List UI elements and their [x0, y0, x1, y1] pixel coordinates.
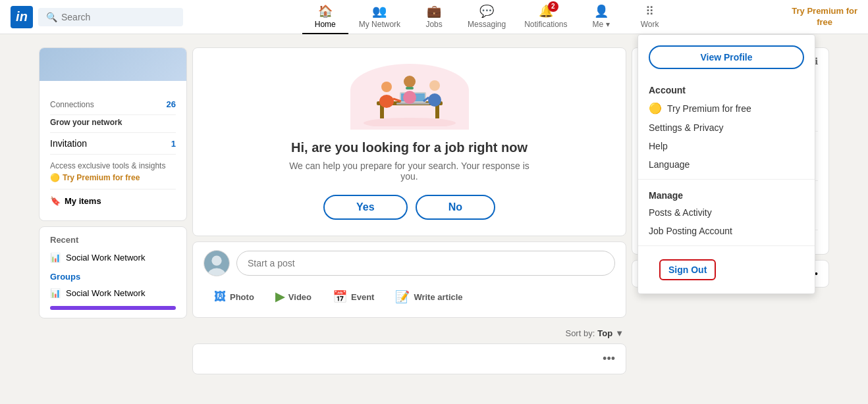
post-actions: 🖼 Photo ▶ Video 📅 Event 📝 Write article: [203, 284, 615, 309]
post-box-top: [203, 250, 615, 276]
jobs-icon: 💼: [427, 4, 441, 18]
grow-network-link[interactable]: Grow your network: [50, 115, 176, 133]
work-icon: ⠿: [645, 4, 654, 18]
nav-work-label: Work: [641, 20, 659, 29]
svg-point-9: [404, 76, 416, 88]
manage-section-title: Manage: [638, 185, 815, 203]
me-avatar-icon: 👤: [594, 4, 609, 18]
try-premium-dropdown[interactable]: 🟡 Try Premium for free: [638, 98, 815, 118]
svg-point-12: [429, 80, 440, 91]
groups-item-social-work[interactable]: 📊 Social Work Network: [50, 286, 176, 301]
notification-badge: 2: [548, 1, 558, 12]
nav-item-work[interactable]: ⠿ Work: [627, 0, 673, 34]
access-tools-text: Access exclusive tools & insights: [50, 161, 176, 170]
job-question-text: Hi, are you looking for a job right now: [209, 140, 610, 155]
account-section-title: Account: [638, 80, 815, 98]
nav-messaging-label: Messaging: [468, 20, 506, 29]
post-event-action[interactable]: 📅 Event: [322, 284, 385, 309]
post-photo-action[interactable]: 🖼 Photo: [203, 284, 265, 309]
nav-item-notifications[interactable]: 🔔 2 Notifications: [516, 0, 575, 34]
svg-point-13: [428, 93, 441, 107]
sort-bar: Sort by: Top ▼: [192, 323, 626, 343]
nav-item-messaging[interactable]: 💬 Messaging: [460, 0, 514, 34]
job-buttons: Yes No: [209, 195, 610, 220]
no-button[interactable]: No: [416, 195, 495, 220]
center-feed: Hi, are you looking for a job right now …: [192, 47, 626, 380]
connections-label: Connections: [50, 100, 94, 109]
yes-button[interactable]: Yes: [323, 195, 408, 220]
settings-privacy-item[interactable]: Settings & Privacy: [638, 118, 815, 137]
svg-point-11: [403, 91, 416, 104]
post-input[interactable]: [236, 251, 615, 276]
nav-me-label: Me ▾: [593, 20, 610, 29]
svg-point-8: [379, 95, 394, 108]
nav-network-label: My Network: [359, 20, 400, 29]
language-item[interactable]: Language: [638, 155, 815, 174]
svg-rect-3: [435, 105, 439, 118]
bookmark-icon: 🔖: [50, 196, 61, 206]
nav-home-label: Home: [315, 20, 336, 29]
sort-value[interactable]: Top: [597, 328, 612, 338]
home-icon: 🏠: [318, 4, 333, 18]
profile-sidebar-card: Connections 26 Grow your network Invitat…: [39, 47, 187, 221]
invitation-count: 1: [171, 139, 176, 149]
job-illustration: [350, 64, 469, 130]
feed-menu-icon[interactable]: •••: [603, 352, 615, 366]
posts-activity-item[interactable]: Posts & Activity: [638, 203, 815, 222]
messaging-icon: 💬: [479, 4, 494, 18]
nav-item-jobs[interactable]: 💼 Jobs: [411, 0, 457, 34]
help-item[interactable]: Help: [638, 137, 815, 155]
sort-label: Sort by:: [565, 328, 595, 338]
connections-row: Connections 26: [50, 94, 176, 115]
search-input[interactable]: [61, 12, 173, 22]
feed-item: •••: [192, 343, 626, 374]
svg-rect-10: [406, 87, 414, 89]
premium-icon: 🟡: [649, 102, 662, 114]
job-subtext: We can help you prepare for your search.…: [209, 161, 610, 182]
svg-point-0: [364, 118, 456, 126]
post-video-action[interactable]: ▶ Video: [265, 284, 322, 309]
article-icon: 📝: [395, 290, 410, 304]
my-network-icon: 👥: [372, 4, 387, 18]
recent-item-social-work[interactable]: 📊 Social Work Network: [50, 250, 176, 265]
sort-chevron-icon: ▼: [615, 328, 624, 338]
illustration-svg: [357, 67, 462, 126]
job-posting-item[interactable]: Job Posting Account: [638, 222, 815, 240]
sign-out-button[interactable]: Sign Out: [659, 259, 716, 280]
svg-point-17: [211, 256, 221, 266]
nav-item-my-network[interactable]: 👥 My Network: [351, 0, 408, 34]
sidebar-bg: [40, 48, 186, 81]
view-profile-button[interactable]: View Profile: [649, 45, 804, 69]
nav-jobs-label: Jobs: [425, 20, 442, 29]
nav-left: in 🔍: [11, 6, 183, 28]
photo-icon: 🖼: [214, 290, 226, 304]
nav-item-home[interactable]: 🏠 Home: [302, 0, 348, 34]
recent-section: Recent 📊 Social Work Network Groups 📊 So…: [39, 226, 187, 318]
event-icon: 📅: [333, 290, 347, 304]
video-icon: ▶: [275, 290, 285, 304]
search-icon: 🔍: [46, 12, 57, 22]
feed-item-header: •••: [203, 352, 615, 366]
post-box: 🖼 Photo ▶ Video 📅 Event 📝 Write article: [192, 241, 626, 318]
try-premium-nav[interactable]: Try Premium forfree: [792, 6, 857, 28]
invitation-row: Invitation 1: [50, 133, 176, 155]
search-bar[interactable]: 🔍: [38, 8, 183, 26]
recent-item-icon: 📊: [50, 253, 61, 263]
nav-center: 🏠 Home 👥 My Network 💼 Jobs 💬 Messaging 🔔…: [302, 0, 673, 34]
notifications-icon: 🔔 2: [539, 4, 553, 18]
svg-rect-2: [380, 105, 384, 118]
premium-promo: Access exclusive tools & insights 🟡 Try …: [50, 155, 176, 189]
top-navigation: in 🔍 🏠 Home 👥 My Network 💼 Jobs 💬 Messag…: [0, 0, 868, 34]
groups-title[interactable]: Groups: [50, 272, 176, 282]
me-dropdown-menu: View Profile Account 🟡 Try Premium for f…: [637, 34, 815, 294]
connections-count: 26: [167, 99, 176, 109]
job-search-card: Hi, are you looking for a job right now …: [192, 47, 626, 236]
my-items-link[interactable]: 🔖 My items: [50, 189, 176, 213]
try-premium-sidebar[interactable]: 🟡 Try Premium for free: [50, 173, 176, 182]
nav-right: Try Premium forfree: [792, 6, 857, 28]
recent-title: Recent: [50, 235, 176, 245]
nav-notifications-label: Notifications: [524, 20, 567, 29]
nav-item-me[interactable]: 👤 Me ▾: [578, 0, 624, 34]
post-article-action[interactable]: 📝 Write article: [385, 284, 473, 309]
user-avatar: [203, 250, 230, 276]
